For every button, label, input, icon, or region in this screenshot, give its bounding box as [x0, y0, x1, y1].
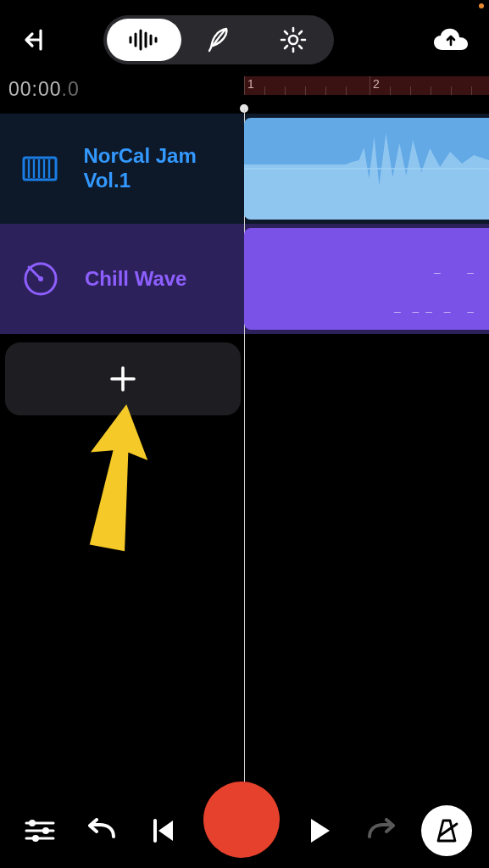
svg-marker-27: [158, 821, 173, 841]
skip-back-button[interactable]: [142, 809, 186, 853]
skip-back-icon: [151, 817, 176, 844]
tab-lyrics[interactable]: [181, 19, 256, 61]
metronome-icon: [433, 817, 460, 844]
track-header[interactable]: NorCal Jam Vol.1: [0, 144, 244, 193]
timecode-frac: .0: [62, 78, 80, 100]
play-button[interactable]: [297, 809, 342, 853]
cloud-upload-icon: [432, 26, 470, 53]
ruler-marker: 2: [373, 77, 380, 91]
record-button[interactable]: [203, 782, 280, 858]
waveform-graphic: [244, 118, 489, 220]
cloud-upload-button[interactable]: [431, 20, 470, 59]
timecode-display: 00:00.0: [0, 76, 244, 101]
instrument-icon: [19, 257, 63, 301]
svg-point-23: [29, 820, 36, 826]
track-header[interactable]: Chill Wave: [0, 257, 244, 301]
feather-icon: [206, 25, 231, 54]
audio-waveform-icon: [127, 28, 161, 52]
transport-toolbar: [0, 793, 489, 868]
svg-marker-28: [311, 819, 330, 843]
audio-clip[interactable]: [244, 118, 489, 220]
status-dot: [479, 3, 484, 8]
sliders-icon: [24, 817, 56, 844]
disc-icon: [20, 259, 61, 299]
keyboard-icon: [20, 149, 59, 188]
back-icon: [22, 25, 51, 54]
header-bar: [0, 0, 489, 76]
undo-icon: [85, 818, 119, 843]
ruler-marker: 1: [247, 77, 254, 91]
clip-note-marks: – – – – – – –: [394, 304, 475, 318]
undo-button[interactable]: [80, 809, 124, 853]
track-row[interactable]: Chill Wave – – – – – – –: [0, 224, 489, 334]
tab-audio[interactable]: [107, 19, 181, 61]
add-track-button[interactable]: [5, 342, 241, 415]
timecode-main: 00:00: [8, 78, 62, 100]
redo-button[interactable]: [359, 809, 403, 853]
annotation-arrow: [73, 403, 158, 565]
redo-icon: [364, 818, 398, 843]
track-name: NorCal Jam Vol.1: [83, 144, 244, 193]
svg-point-24: [42, 827, 49, 834]
metronome-button[interactable]: [421, 805, 472, 856]
track-row[interactable]: NorCal Jam Vol.1: [0, 114, 489, 224]
instrument-icon: [19, 147, 61, 191]
play-icon: [308, 816, 331, 845]
svg-marker-19: [78, 403, 155, 553]
plus-icon: [108, 364, 138, 394]
svg-line-16: [29, 267, 39, 277]
audio-clip[interactable]: – – – – – – –: [244, 228, 489, 330]
svg-point-25: [32, 835, 39, 842]
mixer-button[interactable]: [18, 809, 62, 853]
svg-point-6: [289, 36, 297, 44]
back-button[interactable]: [19, 22, 54, 58]
mode-switcher: [103, 15, 334, 64]
track-name: Chill Wave: [85, 267, 186, 292]
timeline-ruler[interactable]: 1 2: [244, 76, 489, 110]
tab-settings[interactable]: [256, 19, 331, 61]
gear-icon: [279, 25, 308, 54]
